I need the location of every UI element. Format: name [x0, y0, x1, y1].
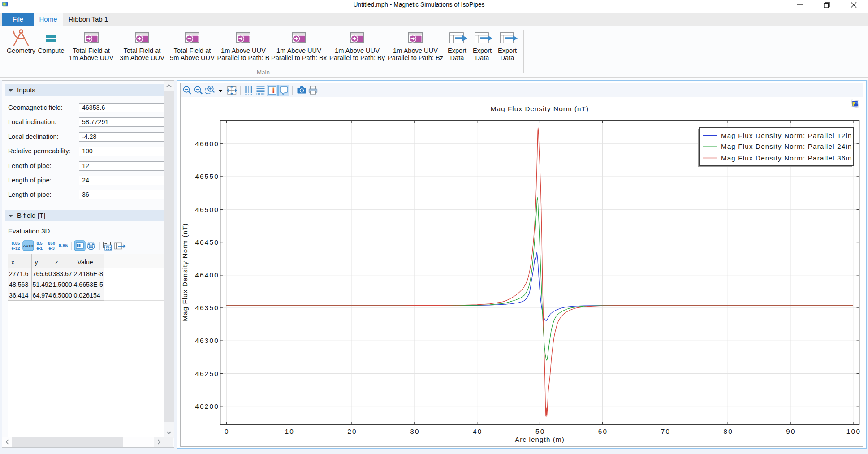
svg-text:50: 50: [535, 428, 545, 435]
svg-text:46250: 46250: [195, 370, 219, 377]
svg-text:8.85: 8.85: [12, 241, 20, 246]
svg-text:8.5: 8.5: [36, 241, 43, 246]
svg-text:80: 80: [724, 428, 734, 435]
svg-text:Mag Flux Density Norm: Paralle: Mag Flux Density Norm: Parallel 12in: [721, 132, 852, 139]
svg-text:0: 0: [225, 428, 229, 435]
svg-text:46500: 46500: [195, 206, 219, 213]
svg-text:Mag Flux Density Norm (nT): Mag Flux Density Norm (nT): [181, 223, 189, 321]
svg-text:60: 60: [598, 428, 608, 435]
svg-text:46200: 46200: [195, 402, 219, 410]
svg-text:0.85: 0.85: [59, 243, 68, 248]
svg-text:46450: 46450: [195, 238, 219, 246]
svg-text:70: 70: [661, 428, 671, 435]
svg-text:46400: 46400: [195, 271, 219, 279]
svg-text:Arc length (m): Arc length (m): [515, 436, 565, 443]
svg-text:100: 100: [846, 428, 861, 435]
svg-text:850: 850: [48, 241, 55, 246]
svg-text:e-3: e-3: [48, 246, 55, 251]
svg-text:e-1: e-1: [36, 246, 43, 251]
svg-text:Mag Flux Density Norm: Paralle: Mag Flux Density Norm: Parallel 36in: [721, 154, 852, 162]
svg-text:46550: 46550: [195, 173, 219, 180]
svg-text:40: 40: [473, 428, 483, 435]
svg-text:AUTO: AUTO: [23, 244, 34, 248]
svg-text:Mag Flux Density Norm: Paralle: Mag Flux Density Norm: Parallel 24in: [721, 143, 852, 150]
svg-text:46350: 46350: [195, 304, 219, 311]
svg-text:e-12: e-12: [11, 246, 20, 251]
svg-text:10: 10: [285, 428, 295, 435]
svg-text:46600: 46600: [195, 140, 219, 147]
svg-text:90: 90: [786, 428, 796, 435]
svg-text:Mag Flux Density Norm (nT): Mag Flux Density Norm (nT): [491, 105, 589, 112]
svg-text:46300: 46300: [195, 337, 219, 344]
svg-text:30: 30: [410, 428, 420, 435]
svg-text:20: 20: [347, 428, 357, 435]
